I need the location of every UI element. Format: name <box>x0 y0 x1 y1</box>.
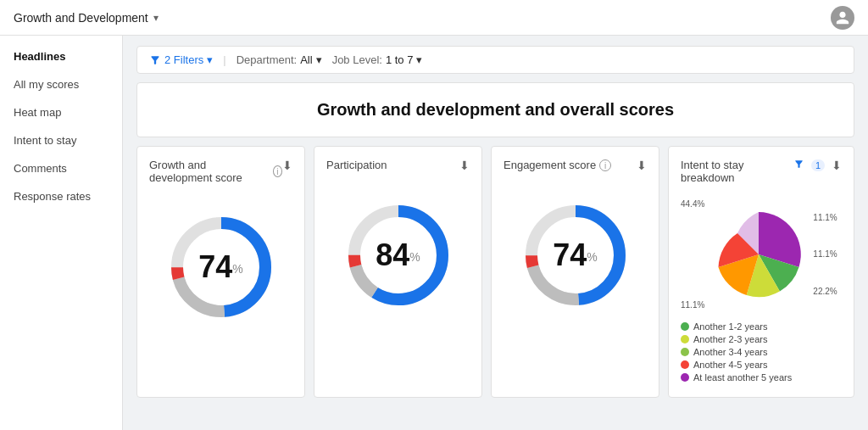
engagement-score-card: Engagement score i ⬇ <box>491 146 659 398</box>
intent-chart-area: 44.4% 11.1% <box>681 191 842 315</box>
department-value: All <box>300 53 312 66</box>
legend-color-dot <box>681 348 689 356</box>
sidebar-item-comments[interactable]: Comments <box>0 154 122 182</box>
pie-chart <box>708 204 810 305</box>
job-level-value: 1 to 7 <box>386 53 414 66</box>
card-header: Engagement score i ⬇ <box>504 159 647 172</box>
legend-label: Another 2-3 years <box>693 334 767 344</box>
top-bar: Growth and Development ▾ <box>0 0 868 36</box>
legend-item-4-5: Another 4-5 years <box>681 360 842 370</box>
donut-value: 74 <box>198 249 232 284</box>
app-layout: Headlines All my scores Heat map Intent … <box>0 36 868 430</box>
download-icon[interactable]: ⬇ <box>832 159 842 172</box>
intent-legend: Another 1-2 years Another 2-3 years Anot… <box>681 321 842 383</box>
title-card: Growth and development and overall score… <box>136 82 854 137</box>
card-title: Engagement score i <box>504 159 611 171</box>
sidebar-item-heat-map[interactable]: Heat map <box>0 98 122 126</box>
card-actions: ⬇ <box>637 159 647 172</box>
main-content: 2 Filters ▾ | Department: All ▾ Job Leve… <box>123 36 868 430</box>
filter-chevron-icon: ▾ <box>207 53 213 66</box>
right-labels: 11.1% 11.1% 22.2% <box>813 199 837 310</box>
sidebar-item-headlines[interactable]: Headlines <box>0 42 122 70</box>
intent-to-stay-card: Intent to stay breakdown 1 ⬇ 44.4% <box>668 146 854 398</box>
donut-chart: 74% <box>516 196 635 315</box>
department-filter[interactable]: Department: All ▾ <box>236 53 322 66</box>
app-title-area: Growth and Development ▾ <box>14 11 159 25</box>
donut-value: 74 <box>553 237 587 272</box>
card-header: Intent to stay breakdown 1 ⬇ <box>681 159 842 184</box>
legend-color-dot <box>681 335 689 343</box>
info-icon[interactable]: i <box>599 159 611 171</box>
filter-btn-label: 2 Filters <box>164 53 203 66</box>
sidebar-item-intent-to-stay[interactable]: Intent to stay <box>0 126 122 154</box>
left-labels: 44.4% 11.1% <box>681 199 704 310</box>
filter-badge: 1 <box>811 159 825 171</box>
cards-row: Growth and development score i ⬇ <box>136 146 854 398</box>
card-title: Participation <box>326 159 387 171</box>
download-icon[interactable]: ⬇ <box>282 159 292 172</box>
filter-bar: 2 Filters ▾ | Department: All ▾ Job Leve… <box>136 46 854 74</box>
job-level-label: Job Level: <box>332 53 382 66</box>
filter-separator: | <box>223 53 225 66</box>
department-label: Department: <box>236 53 298 66</box>
donut-container: 74% <box>504 179 647 332</box>
title-chevron-icon[interactable]: ▾ <box>153 12 159 24</box>
donut-value: 84 <box>376 237 409 272</box>
card-header: Participation ⬇ <box>326 159 470 172</box>
sidebar-item-response-rates[interactable]: Response rates <box>0 182 122 210</box>
page-heading: Growth and development and overall score… <box>154 100 837 120</box>
legend-label: Another 3-4 years <box>693 347 767 357</box>
participation-card: Participation ⬇ <box>314 146 482 398</box>
legend-color-dot <box>681 373 689 382</box>
legend-color-dot <box>681 322 689 331</box>
card-actions: ⬇ <box>459 159 470 172</box>
donut-container: 84% <box>326 179 470 332</box>
app-title: Growth and Development <box>14 11 148 25</box>
info-icon[interactable]: i <box>273 165 282 177</box>
user-avatar[interactable] <box>831 6 854 30</box>
department-chevron-icon: ▾ <box>316 53 322 66</box>
card-actions: ⬇ <box>282 159 292 172</box>
legend-color-dot <box>681 360 689 369</box>
filter-icon[interactable] <box>793 159 804 172</box>
job-level-chevron-icon: ▾ <box>416 53 422 66</box>
download-icon[interactable]: ⬇ <box>459 159 470 172</box>
legend-item-5plus: At least another 5 years <box>681 372 842 383</box>
card-header: Growth and development score i ⬇ <box>149 159 292 184</box>
donut-pct: % <box>409 250 420 264</box>
donut-center: 74% <box>198 252 243 282</box>
legend-item-2-3: Another 2-3 years <box>681 334 842 344</box>
donut-chart: 84% <box>339 196 458 315</box>
card-actions: 1 ⬇ <box>793 159 842 172</box>
download-icon[interactable]: ⬇ <box>637 159 647 172</box>
sidebar: Headlines All my scores Heat map Intent … <box>0 36 123 430</box>
donut-center: 74% <box>553 240 598 271</box>
legend-label: Another 4-5 years <box>693 360 767 370</box>
job-level-filter[interactable]: Job Level: 1 to 7 ▾ <box>332 53 423 66</box>
legend-item-1-2: Another 1-2 years <box>681 321 842 332</box>
donut-pct: % <box>232 262 242 276</box>
filters-button[interactable]: 2 Filters ▾ <box>149 53 213 66</box>
legend-label: Another 1-2 years <box>693 321 767 332</box>
card-title: Growth and development score i <box>149 159 282 184</box>
donut-center: 84% <box>376 240 420 271</box>
donut-chart: 74% <box>162 208 281 327</box>
growth-score-card: Growth and development score i ⬇ <box>136 146 305 398</box>
donut-pct: % <box>587 250 597 264</box>
donut-container: 74% <box>149 191 292 343</box>
legend-label: At least another 5 years <box>693 372 792 383</box>
card-title: Intent to stay breakdown <box>681 159 793 184</box>
sidebar-item-all-my-scores[interactable]: All my scores <box>0 70 122 98</box>
legend-item-3-4: Another 3-4 years <box>681 347 842 357</box>
user-area <box>831 6 854 30</box>
